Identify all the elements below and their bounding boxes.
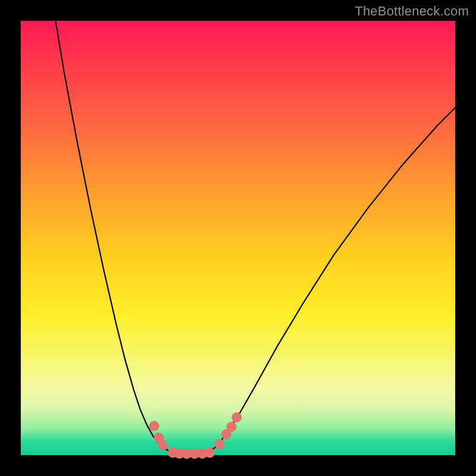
curve-group <box>55 21 455 454</box>
bottleneck-curve <box>55 21 455 454</box>
outer-frame: TheBottleneck.com <box>0 0 476 476</box>
watermark-text: TheBottleneck.com <box>355 4 469 19</box>
data-marker <box>149 421 159 431</box>
data-marker <box>205 447 215 458</box>
data-marker <box>231 412 242 422</box>
data-marker <box>227 422 237 432</box>
data-marker <box>158 440 168 450</box>
marker-group <box>149 412 242 459</box>
plot-area <box>21 21 455 455</box>
data-marker <box>215 439 225 449</box>
chart-svg <box>21 21 455 455</box>
